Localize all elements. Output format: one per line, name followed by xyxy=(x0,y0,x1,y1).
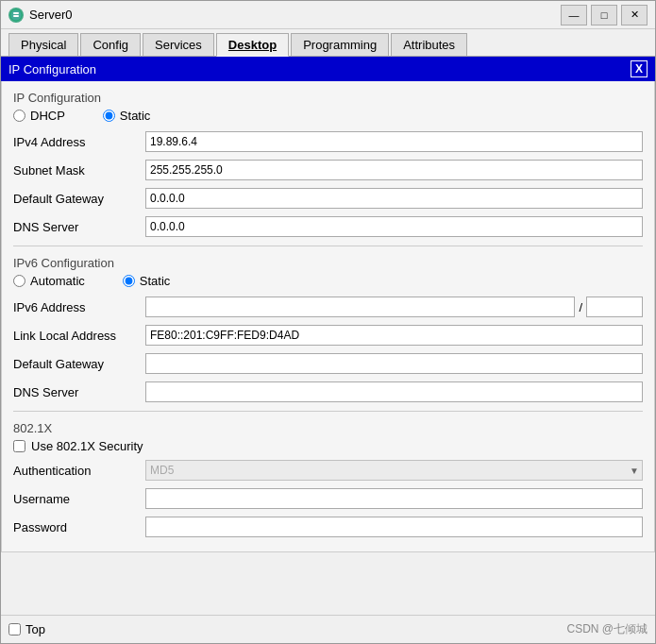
ipv6-dns-input[interactable] xyxy=(145,381,643,402)
username-row: Username xyxy=(13,487,643,510)
dot1x-checkbox[interactable] xyxy=(13,440,25,452)
static-radio[interactable] xyxy=(103,110,115,122)
password-label: Password xyxy=(13,520,145,534)
bottom-bar: Top CSDN @七倾城 xyxy=(1,615,655,643)
dhcp-radio[interactable] xyxy=(13,110,25,122)
ipv6-gateway-input[interactable] xyxy=(145,353,643,374)
top-checkbox[interactable] xyxy=(8,623,21,636)
ipv4-address-input[interactable] xyxy=(145,131,643,152)
ipv4-radio-group: DHCP Static xyxy=(13,109,643,123)
ipv6-address-main-input[interactable] xyxy=(145,297,575,317)
dhcp-radio-option[interactable]: DHCP xyxy=(13,109,65,123)
subnet-mask-input[interactable] xyxy=(145,160,643,180)
ipv6-radio-group: Automatic Static xyxy=(13,274,643,288)
tab-services[interactable]: Services xyxy=(143,33,214,56)
section-close-button[interactable]: X xyxy=(631,60,648,77)
app-icon xyxy=(8,8,24,23)
link-local-label: Link Local Address xyxy=(13,329,145,343)
tab-programming[interactable]: Programming xyxy=(291,33,389,56)
static-label: Static xyxy=(120,109,151,123)
username-input[interactable] xyxy=(145,488,643,509)
watermark: CSDN @七倾城 xyxy=(566,621,648,637)
link-local-row: Link Local Address xyxy=(13,324,643,347)
main-window: Server0 — □ ✕ Physical Config Services D… xyxy=(0,0,656,644)
ipv6-static-option[interactable]: Static xyxy=(123,274,171,288)
default-gateway-input[interactable] xyxy=(145,188,643,209)
tab-bar: Physical Config Services Desktop Program… xyxy=(1,29,655,57)
title-bar: Server0 — □ ✕ xyxy=(1,1,655,29)
top-checkbox-label[interactable]: Top xyxy=(8,622,45,636)
authentication-label: Authentication xyxy=(13,464,145,478)
window-title: Server0 xyxy=(29,8,73,22)
ipv6-automatic-radio[interactable] xyxy=(13,275,25,287)
dns-server-label: DNS Server xyxy=(13,220,145,234)
ipv6-section: IPv6 Configuration Automatic Static IPv6… xyxy=(13,254,643,403)
divider-2 xyxy=(13,411,643,412)
bottom-left: Top xyxy=(8,622,45,636)
authentication-select-wrapper: MD5 ▼ xyxy=(145,460,643,481)
top-label: Top xyxy=(25,622,45,636)
dot1x-checkbox-row: Use 802.1X Security xyxy=(13,439,643,453)
section-body: IP Configuration DHCP Static IPv4 Addres… xyxy=(1,81,655,552)
ipv6-dns-row: DNS Server xyxy=(13,381,643,403)
ipv6-section-title: IPv6 Configuration xyxy=(13,254,643,274)
static-radio-option[interactable]: Static xyxy=(103,109,151,123)
username-label: Username xyxy=(13,492,145,506)
ipv6-gateway-label: Default Gateway xyxy=(13,357,145,371)
ipv6-address-row: IPv6 Address / xyxy=(13,296,643,318)
ip-config-header: IP Configuration X xyxy=(1,57,655,81)
ipv6-automatic-label: Automatic xyxy=(30,274,85,288)
link-local-input[interactable] xyxy=(145,325,643,346)
subnet-mask-label: Subnet Mask xyxy=(13,163,145,178)
title-bar-left: Server0 xyxy=(8,8,73,23)
svg-rect-2 xyxy=(13,15,19,17)
minimize-button[interactable]: — xyxy=(561,5,587,25)
ipv6-gateway-row: Default Gateway xyxy=(13,352,643,375)
ipv4-address-label: IPv4 Address xyxy=(13,135,145,149)
tab-physical[interactable]: Physical xyxy=(8,33,78,56)
ipv6-slash: / xyxy=(579,300,582,314)
dns-server-row: DNS Server xyxy=(13,215,643,238)
ipv4-section: IP Configuration DHCP Static IPv4 Addres… xyxy=(13,89,643,238)
tab-config[interactable]: Config xyxy=(80,33,141,56)
main-content: IP Configuration X IP Configuration DHCP… xyxy=(1,57,655,615)
ipv6-address-inputs: / xyxy=(145,297,643,317)
ipv6-automatic-option[interactable]: Automatic xyxy=(13,274,85,288)
close-button[interactable]: ✕ xyxy=(621,5,648,25)
ipv6-dns-label: DNS Server xyxy=(13,385,145,399)
ipv4-address-row: IPv4 Address xyxy=(13,130,643,153)
default-gateway-row: Default Gateway xyxy=(13,187,643,210)
ipv6-address-label: IPv6 Address xyxy=(13,300,145,314)
password-input[interactable] xyxy=(145,517,643,537)
ipv6-static-radio[interactable] xyxy=(123,275,135,287)
ip-config-title: IP Configuration xyxy=(8,62,96,76)
dhcp-label: DHCP xyxy=(30,109,65,123)
tab-desktop[interactable]: Desktop xyxy=(216,33,289,57)
title-controls: — □ ✕ xyxy=(561,5,648,25)
dot1x-section: 802.1X Use 802.1X Security Authenticatio… xyxy=(13,419,643,538)
maximize-button[interactable]: □ xyxy=(591,5,617,25)
divider-1 xyxy=(13,246,643,246)
authentication-select[interactable]: MD5 xyxy=(145,460,643,481)
ipv6-static-label: Static xyxy=(140,274,171,288)
password-row: Password xyxy=(13,516,643,538)
tab-attributes[interactable]: Attributes xyxy=(391,33,467,56)
authentication-row: Authentication MD5 ▼ xyxy=(13,459,643,482)
ipv6-prefix-input[interactable] xyxy=(586,297,643,317)
dot1x-section-title: 802.1X xyxy=(13,419,643,439)
subnet-mask-row: Subnet Mask xyxy=(13,159,643,181)
dot1x-checkbox-label: Use 802.1X Security xyxy=(31,439,143,453)
svg-rect-1 xyxy=(13,12,19,14)
default-gateway-label: Default Gateway xyxy=(13,192,145,206)
dns-server-input[interactable] xyxy=(145,216,643,237)
ipv4-section-title: IP Configuration xyxy=(13,89,643,109)
